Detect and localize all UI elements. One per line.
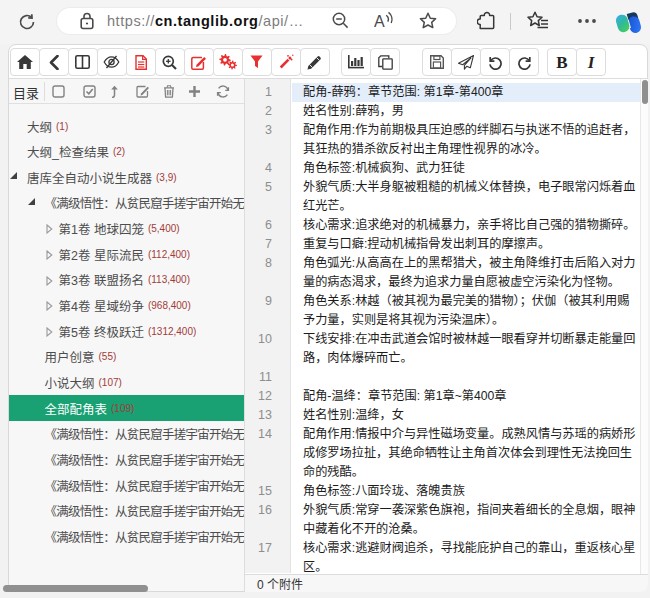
svg-text:A: A (374, 13, 385, 30)
